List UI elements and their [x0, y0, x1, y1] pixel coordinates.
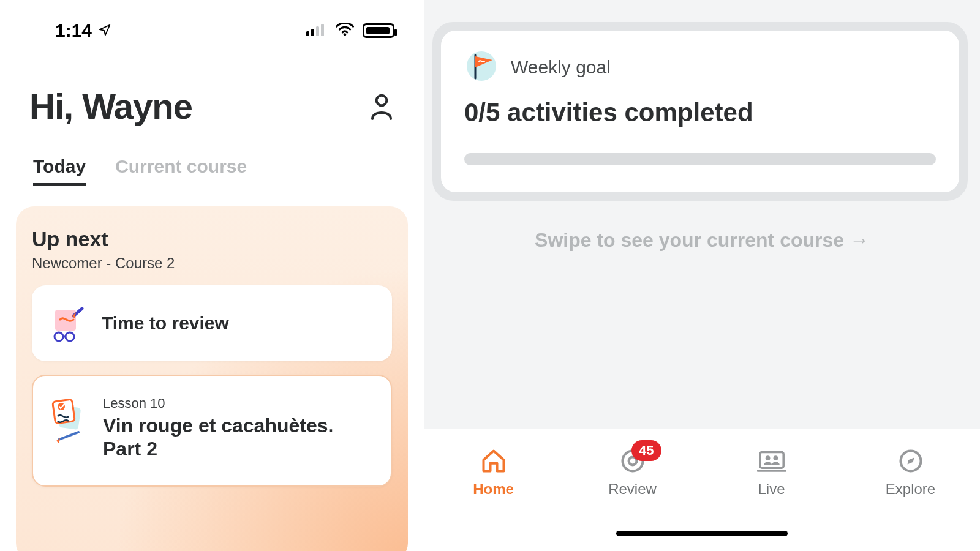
clock-time: 1:14 [55, 20, 92, 41]
wifi-icon [336, 23, 354, 39]
svg-point-23 [765, 455, 770, 460]
lesson-notes-icon [48, 395, 92, 440]
svg-point-10 [66, 332, 74, 341]
tab-label: Live [758, 481, 785, 498]
tab-home[interactable]: Home [448, 446, 540, 498]
tab-label: Review [608, 481, 657, 498]
profile-button[interactable] [369, 94, 394, 119]
cellular-signal-icon [306, 23, 327, 39]
person-icon [369, 93, 394, 120]
compass-icon [896, 446, 925, 476]
live-class-icon [757, 446, 786, 476]
home-indicator [616, 531, 788, 536]
home-screen: 1:14 [0, 0, 424, 551]
lesson-title: Vin rouge et cacahuètes. Part 2 [103, 414, 376, 461]
up-next-heading: Up next [32, 227, 392, 251]
lesson-kicker: Lesson 10 [103, 395, 376, 411]
tab-label: Explore [886, 481, 935, 498]
status-icons [306, 23, 394, 39]
tab-explore[interactable]: Explore [865, 446, 957, 498]
review-notes-icon [47, 301, 91, 345]
svg-rect-21 [760, 452, 783, 468]
svg-point-17 [467, 51, 496, 81]
lesson-title: Time to review [102, 312, 229, 334]
top-tabs: Today Current course [0, 127, 424, 186]
review-badge: 45 [631, 440, 661, 461]
home-icon [479, 446, 508, 476]
svg-point-5 [377, 95, 387, 105]
tab-today[interactable]: Today [33, 156, 86, 186]
weekly-goal-text: 0/5 activities completed [464, 98, 936, 127]
svg-rect-0 [306, 31, 309, 36]
svg-rect-13 [53, 399, 75, 424]
svg-point-14 [58, 403, 65, 410]
svg-rect-2 [316, 26, 319, 36]
location-arrow-icon [98, 20, 111, 41]
status-bar: 1:14 [0, 0, 424, 61]
tab-live[interactable]: Live [726, 446, 818, 498]
weekly-goal-wrap: Weekly goal 0/5 activities completed [432, 22, 968, 201]
battery-icon [363, 23, 394, 38]
swipe-hint: Swipe to see your current course → [424, 229, 980, 252]
card-lesson-10[interactable]: Lesson 10 Vin rouge et cacahuètes. Part … [32, 375, 392, 487]
tab-label: Home [473, 481, 514, 498]
bottom-tab-bar: Home 45 Review [424, 429, 980, 551]
svg-point-4 [344, 33, 346, 36]
weekly-goal-progress [464, 153, 936, 165]
svg-rect-3 [321, 24, 324, 36]
svg-marker-26 [907, 458, 914, 465]
up-next-subtitle: Newcomer - Course 2 [32, 255, 392, 272]
flag-icon [464, 49, 499, 86]
tab-review[interactable]: 45 Review [587, 446, 679, 498]
up-next-panel: Up next Newcomer - Course 2 Time to [16, 206, 408, 551]
svg-point-24 [773, 455, 778, 460]
svg-line-15 [59, 432, 78, 440]
status-time-group: 1:14 [55, 20, 111, 41]
greeting-title: Hi, Wayne [29, 86, 192, 127]
svg-point-9 [55, 332, 63, 341]
weekly-goal-card[interactable]: Weekly goal 0/5 activities completed [441, 31, 959, 192]
card-time-to-review[interactable]: Time to review [32, 285, 392, 361]
svg-rect-1 [311, 29, 314, 36]
weekly-goal-label: Weekly goal [511, 57, 611, 78]
tab-current-course[interactable]: Current course [115, 156, 247, 186]
secondary-screen: Weekly goal 0/5 activities completed Swi… [424, 0, 980, 551]
